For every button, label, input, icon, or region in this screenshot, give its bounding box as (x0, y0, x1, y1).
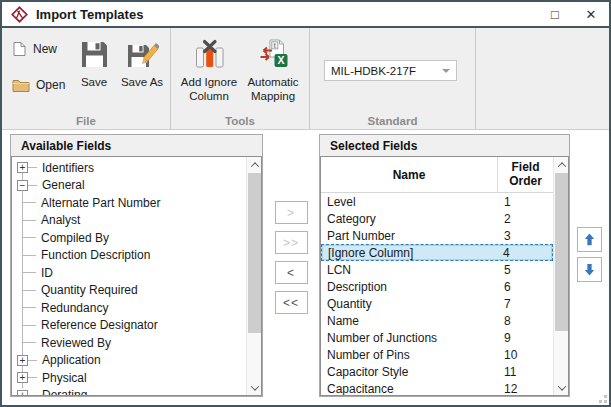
transfer-buttons: > >> < << (263, 134, 319, 405)
new-button-label: New (33, 42, 57, 56)
new-document-icon (12, 41, 27, 57)
table-row[interactable]: Description 6 (321, 278, 553, 295)
tree-scrollbar[interactable] (246, 157, 261, 395)
tree-item[interactable]: Analyst (12, 212, 246, 230)
tree-item[interactable]: + Identifiers (12, 159, 246, 177)
move-right-button[interactable]: > (275, 201, 308, 224)
field-name-cell: Description (321, 280, 497, 294)
expand-toggle-icon[interactable]: − (17, 180, 28, 191)
maximize-button[interactable]: □ (537, 2, 573, 26)
scroll-up-icon[interactable] (247, 157, 262, 172)
scroll-down-icon[interactable] (247, 380, 262, 395)
add-ignore-column-button[interactable]: Add Ignore Column (177, 33, 241, 103)
svg-text:t: t (274, 42, 276, 49)
field-order-cell: 10 (497, 348, 553, 362)
tree-item-label: Reference Designator (41, 318, 158, 332)
dialog-body: Available Fields + Identifiers − General… (2, 130, 609, 405)
new-button[interactable]: New (8, 38, 70, 60)
tree-item-label: Application (42, 353, 101, 367)
save-icon (79, 36, 110, 72)
name-column-header: Name (321, 157, 497, 192)
table-row[interactable]: Name 8 (321, 312, 553, 329)
scroll-down-icon[interactable] (554, 380, 569, 395)
expand-toggle-icon[interactable]: + (17, 162, 28, 173)
expand-toggle-icon[interactable]: + (17, 372, 28, 383)
available-fields-panel: Available Fields + Identifiers − General… (10, 134, 263, 397)
table-scrollbar[interactable] (553, 157, 568, 395)
tree-item[interactable]: Function Description (12, 247, 246, 265)
tree-item-label: Redundancy (41, 301, 108, 315)
selected-fields-title: Selected Fields (320, 135, 569, 156)
ribbon-group-standard: MIL-HDBK-217F Standard (310, 28, 476, 129)
tree-branch-line (28, 395, 37, 396)
tree-item[interactable]: + Physical (12, 369, 246, 387)
tree-item[interactable]: Compiled By (12, 229, 246, 247)
automatic-mapping-button[interactable]: t X Automatic Mapping (241, 33, 305, 103)
move-all-right-button[interactable]: >> (275, 231, 308, 254)
selected-fields-panel: Selected Fields Name Field Order Level 1… (319, 134, 570, 397)
tree-item-label: Analyst (41, 213, 80, 227)
tree-branch-line (28, 185, 37, 186)
standard-dropdown[interactable]: MIL-HDBK-217F (324, 60, 457, 81)
expand-toggle-icon[interactable]: + (17, 390, 28, 396)
table-row[interactable]: Part Number 3 (321, 227, 553, 244)
tree-branch-line (23, 342, 36, 343)
tools-group-label: Tools (171, 115, 309, 127)
resize-grip[interactable] (597, 393, 607, 403)
save-as-button[interactable]: Save As (118, 33, 166, 90)
available-fields-title: Available Fields (11, 135, 262, 156)
standard-dropdown-value: MIL-HDBK-217F (331, 65, 442, 77)
save-as-icon (126, 36, 159, 72)
arrow-down-icon (582, 262, 597, 277)
field-order-cell: 3 (497, 229, 553, 243)
move-left-button[interactable]: < (275, 261, 308, 284)
ribbon-group-file: New Open (2, 28, 171, 129)
tree-item[interactable]: Alternate Part Number (12, 194, 246, 212)
save-button[interactable]: Save (70, 33, 118, 90)
automatic-mapping-label: Automatic Mapping (241, 76, 305, 103)
tree-item[interactable]: + Derating (12, 387, 246, 397)
table-row[interactable]: Number of Pins 10 (321, 346, 553, 363)
field-name-cell: Number of Junctions (321, 331, 497, 345)
field-name-cell: Number of Pins (321, 348, 497, 362)
close-button[interactable]: ✕ (573, 2, 609, 26)
scrollbar-thumb[interactable] (555, 173, 568, 331)
available-fields-tree: + Identifiers − General Alternate Part N… (11, 156, 262, 396)
table-row[interactable]: Category 2 (321, 210, 553, 227)
tree-item-label: General (42, 178, 85, 192)
open-button[interactable]: Open (8, 74, 70, 96)
field-name-cell: Quantity (321, 297, 497, 311)
table-row[interactable]: Level 1 (321, 193, 553, 210)
table-row[interactable]: LCN 5 (321, 261, 553, 278)
field-order-cell: 6 (497, 280, 553, 294)
scroll-up-icon[interactable] (554, 157, 569, 172)
scrollbar-thumb[interactable] (248, 173, 261, 333)
table-header: Name Field Order (321, 157, 553, 193)
reorder-buttons (570, 134, 609, 405)
move-all-left-button[interactable]: << (275, 291, 308, 314)
tree-item-label: Reviewed By (41, 336, 111, 350)
tree-item-label: Alternate Part Number (41, 196, 160, 210)
expand-toggle-icon[interactable]: + (17, 355, 28, 366)
tree-item[interactable]: − General (12, 177, 246, 195)
table-row[interactable]: Number of Junctions 9 (321, 329, 553, 346)
table-row[interactable]: [Ignore Column] 4 (321, 244, 553, 261)
arrow-up-icon (582, 232, 597, 247)
table-row[interactable]: Quantity 7 (321, 295, 553, 312)
tree-item[interactable]: Reference Designator (12, 317, 246, 335)
table-row[interactable]: Capacitor Style 11 (321, 363, 553, 380)
tree-item-label: Physical (42, 371, 87, 385)
table-row[interactable]: Capacitance 12 (321, 380, 553, 396)
tree-item[interactable]: Reviewed By (12, 334, 246, 352)
move-down-button[interactable] (577, 257, 602, 282)
tree-item[interactable]: ID (12, 264, 246, 282)
ribbon-group-tools: Add Ignore Column t X Automatic Mapp (171, 28, 310, 129)
title-bar: Import Templates □ ✕ (2, 2, 609, 28)
field-name-cell: Category (321, 212, 497, 226)
tree-item[interactable]: + Application (12, 352, 246, 370)
move-up-button[interactable] (577, 227, 602, 252)
ribbon: New Open (2, 28, 609, 130)
chevron-down-icon (442, 69, 450, 73)
tree-item[interactable]: Quantity Required (12, 282, 246, 300)
tree-item[interactable]: Redundancy (12, 299, 246, 317)
